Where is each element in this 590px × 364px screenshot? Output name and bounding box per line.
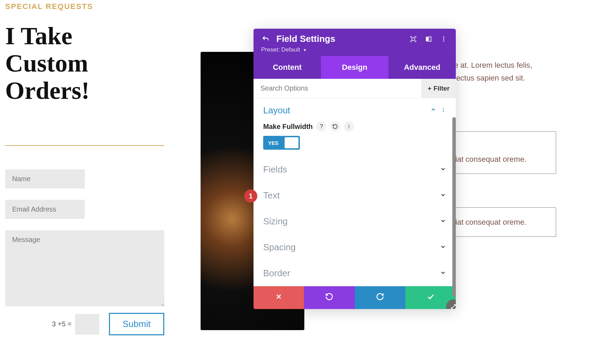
svg-rect-2 xyxy=(429,37,431,41)
section-sizing[interactable]: Sizing xyxy=(253,208,456,234)
divider xyxy=(5,145,164,146)
submit-button[interactable]: Submit xyxy=(109,313,164,335)
section-layout: Layout Make Fullwidth ? YES xyxy=(253,98,456,157)
filter-button[interactable]: + Filter xyxy=(421,79,456,98)
help-icon[interactable]: ? xyxy=(316,121,326,132)
chevron-down-icon xyxy=(440,191,446,200)
svg-point-5 xyxy=(443,40,444,41)
section-title: Fields xyxy=(263,164,287,175)
svg-rect-0 xyxy=(412,37,415,40)
svg-point-10 xyxy=(349,126,349,127)
svg-point-9 xyxy=(349,125,349,125)
reset-icon[interactable] xyxy=(330,121,340,132)
toggle-knob xyxy=(285,137,298,148)
chevron-down-icon xyxy=(440,269,446,278)
svg-point-7 xyxy=(443,110,444,111)
modal-title: Field Settings xyxy=(276,34,403,44)
option-label: Make Fullwidth xyxy=(263,123,313,131)
section-text[interactable]: Text xyxy=(253,183,456,208)
check-icon xyxy=(426,292,435,303)
redo-button[interactable] xyxy=(355,286,405,309)
svg-point-11 xyxy=(349,128,349,128)
captcha-row: 3 +5 = Submit xyxy=(5,313,164,335)
kebab-icon[interactable] xyxy=(344,121,354,132)
svg-point-8 xyxy=(443,111,444,112)
undo-icon xyxy=(325,292,333,303)
kebab-icon[interactable] xyxy=(441,106,446,114)
kebab-icon[interactable] xyxy=(439,35,448,44)
fullwidth-toggle[interactable]: YES xyxy=(263,136,300,150)
modal-header: Field Settings Preset: Default ▼ xyxy=(253,29,456,56)
chevron-up-icon[interactable] xyxy=(430,106,436,114)
svg-point-3 xyxy=(443,36,444,37)
tab-design[interactable]: Design xyxy=(321,56,388,79)
expand-icon[interactable] xyxy=(409,35,418,44)
section-fields[interactable]: Fields xyxy=(253,157,456,183)
section-border[interactable]: Border xyxy=(253,260,456,286)
chevron-down-icon xyxy=(440,165,446,174)
svg-line-14 xyxy=(451,305,455,309)
undo-button[interactable] xyxy=(304,286,354,309)
section-spacing[interactable]: Spacing xyxy=(253,234,456,260)
plus-icon: + xyxy=(427,85,431,92)
tab-bar: Content Design Advanced xyxy=(253,56,456,79)
tab-content[interactable]: Content xyxy=(253,56,321,79)
subtitle-label: SPECIAL REQUESTS xyxy=(5,2,93,11)
section-title: Text xyxy=(263,190,280,201)
name-input[interactable] xyxy=(5,169,85,188)
section-title[interactable]: Layout xyxy=(263,105,290,116)
redo-icon xyxy=(376,292,384,303)
tab-advanced[interactable]: Advanced xyxy=(388,56,456,79)
section-title: Border xyxy=(263,268,290,279)
svg-rect-1 xyxy=(426,37,428,41)
columns-icon[interactable] xyxy=(424,35,433,44)
preset-label: Preset: Default xyxy=(261,46,300,53)
option-row: Make Fullwidth ? xyxy=(263,121,446,132)
email-input[interactable] xyxy=(5,200,85,219)
chevron-down-icon: ▼ xyxy=(302,48,307,53)
cancel-button[interactable] xyxy=(253,286,304,309)
message-textarea[interactable] xyxy=(5,230,164,306)
back-icon[interactable] xyxy=(261,35,270,44)
section-title: Sizing xyxy=(263,216,288,227)
settings-modal: Field Settings Preset: Default ▼ Content… xyxy=(253,29,456,309)
search-input[interactable] xyxy=(253,79,421,98)
page-heading: I Take Custom Orders! xyxy=(5,22,90,105)
filter-label: Filter xyxy=(434,85,450,92)
scrollbar[interactable] xyxy=(452,117,456,297)
chevron-down-icon xyxy=(440,243,446,252)
heading-line: Custom xyxy=(5,50,90,77)
section-title: Spacing xyxy=(263,242,296,253)
chevron-down-icon xyxy=(440,217,446,226)
captcha-input[interactable] xyxy=(75,314,99,335)
heading-line: I Take xyxy=(5,22,90,50)
heading-line: Orders! xyxy=(5,77,90,104)
annotation-badge: 1 xyxy=(244,189,257,203)
svg-point-6 xyxy=(443,108,444,109)
modal-footer xyxy=(253,286,456,309)
close-icon xyxy=(275,293,283,302)
captcha-label: 3 +5 = xyxy=(52,320,72,328)
preset-dropdown[interactable]: Preset: Default ▼ xyxy=(261,46,448,53)
toggle-label: YES xyxy=(265,140,282,146)
svg-point-4 xyxy=(443,38,444,39)
search-row: + Filter xyxy=(253,79,456,98)
